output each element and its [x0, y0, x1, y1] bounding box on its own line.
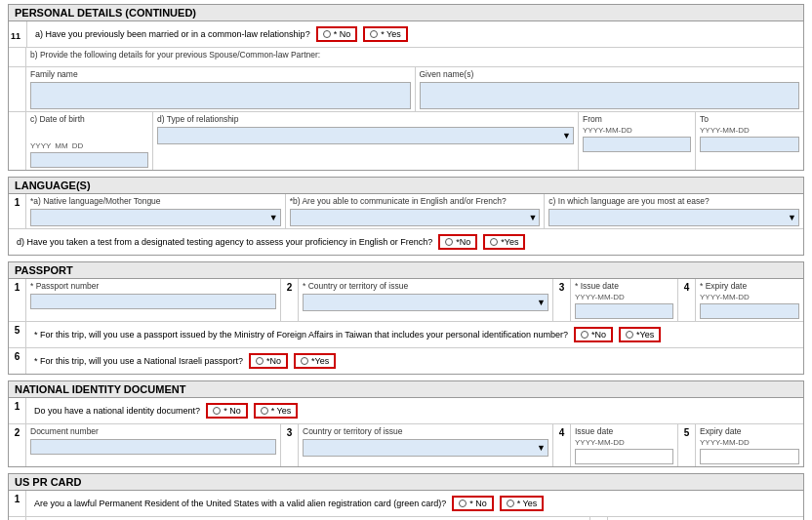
rel-type-select[interactable]: ▼: [157, 127, 574, 144]
radio-no-circle[interactable]: [323, 30, 331, 38]
passport-row5-yes-option[interactable]: *Yes: [619, 327, 661, 342]
national-id-expiry-cell: Expiry date YYYY-MM-DD: [696, 424, 803, 466]
row-11a-yes-label: * Yes: [381, 29, 401, 39]
eng-french-label: *b) Are you able to communicate in Engli…: [290, 196, 541, 207]
passport-row1: 1 * Passport number 2 * Country or terri…: [9, 279, 803, 322]
us-pr-no-circle[interactable]: [459, 500, 467, 507]
languages-header: LANGUAGE(S): [8, 177, 804, 194]
lang-d-no-circle[interactable]: [445, 238, 453, 246]
passport-country-select[interactable]: ▼: [303, 294, 548, 311]
dob-label: c) Date of birth: [30, 114, 148, 125]
passport-row6-no-circle[interactable]: [256, 357, 264, 365]
national-id-docnum-input[interactable]: [30, 439, 276, 455]
personal-details-section: 11 a) Have you previously been married o…: [8, 21, 804, 171]
lang-d-yes-label: *Yes: [501, 237, 518, 247]
passport-row5-label-row: * For this trip, will you use a passport…: [30, 324, 799, 345]
national-id-num4: 4: [553, 424, 571, 466]
family-name-input[interactable]: [30, 82, 411, 109]
given-names-cell: Given name(s): [416, 67, 804, 111]
passport-row5-yes-circle[interactable]: [626, 331, 633, 339]
passport-row5-label: * For this trip, will you use a passport…: [34, 330, 568, 340]
passport-issue-cell: * Issue date YYYY-MM-DD: [571, 279, 678, 321]
ease-label: c) In which language are you most at eas…: [548, 196, 799, 207]
us-pr-row1-label: Are you a lawful Permanent Resident of t…: [34, 499, 446, 508]
rel-type-cell: d) Type of relationship ▼: [153, 112, 579, 170]
passport-number-input[interactable]: [30, 294, 276, 309]
lang-d-yes-option[interactable]: *Yes: [483, 234, 525, 250]
national-id-docnum-label: Document number: [30, 426, 276, 437]
from-date-hint: YYYY-MM-DD: [583, 126, 691, 135]
national-id-issue-input[interactable]: [575, 449, 673, 464]
yyyy-hint: YYYY: [30, 141, 51, 150]
passport-issue-input[interactable]: [575, 303, 673, 319]
us-pr-yes-option[interactable]: * Yes: [500, 496, 545, 511]
ease-select[interactable]: ▼: [548, 209, 799, 226]
lang-row1-num: 1: [9, 194, 26, 228]
lang-d-yes-circle[interactable]: [490, 238, 498, 246]
lang-d-label: d) Have you taken a test from a designat…: [17, 237, 432, 247]
row-11a-content: a) Have you previously been married or i…: [27, 21, 803, 47]
us-pr-card-header: US PR CARD: [8, 473, 804, 491]
row-11b-label: b) Provide the following details for you…: [30, 50, 799, 60]
row-11a-no-option[interactable]: * No: [316, 26, 358, 42]
national-id-num5: 5: [678, 424, 696, 466]
native-lang-cell: *a) Native language/Mother Tongue ▼: [26, 194, 286, 228]
us-pr-yes-label: * Yes: [517, 499, 538, 508]
passport-expiry-label: * Expiry date: [700, 281, 799, 292]
us-pr-no-option[interactable]: * No: [452, 496, 494, 511]
passport-country-label: * Country or territory of issue: [303, 281, 548, 292]
lang-row1: 1 *a) Native language/Mother Tongue ▼ *b…: [9, 194, 803, 229]
to-label: To: [700, 114, 799, 125]
us-pr-no-label: * No: [469, 499, 487, 508]
passport-row6-yes-circle[interactable]: [301, 357, 308, 365]
us-pr-yes-circle[interactable]: [507, 500, 514, 507]
mm-hint: MM: [55, 141, 67, 150]
passport-row5-no-circle[interactable]: [581, 331, 589, 339]
row-11a-yes-option[interactable]: * Yes: [363, 26, 408, 42]
row-11a-label: a) Have you previously been married or i…: [35, 29, 310, 39]
national-id-row1-label: Do you have a national identity document…: [34, 406, 200, 416]
national-id-section: 1 Do you have a national identity docume…: [8, 398, 804, 467]
passport-row5-no-option[interactable]: *No: [574, 327, 613, 342]
national-id-issue-hint: YYYY-MM-DD: [575, 438, 673, 447]
national-id-country-label: Country or territory of issue: [303, 426, 548, 437]
passport-row6-no-option[interactable]: *No: [249, 353, 288, 369]
from-input[interactable]: [583, 137, 691, 152]
national-id-country-select[interactable]: ▼: [303, 439, 548, 457]
dob-input[interactable]: [30, 152, 148, 168]
passport-issue-label: * Issue date: [575, 281, 673, 292]
national-id-no-circle[interactable]: [213, 407, 221, 415]
family-name-cell: Family name: [26, 67, 416, 111]
to-input[interactable]: [700, 137, 799, 152]
national-id-no-option[interactable]: * No: [206, 403, 248, 419]
national-id-yes-circle[interactable]: [261, 407, 268, 415]
national-id-expiry-input[interactable]: [700, 449, 799, 464]
national-id-yes-option[interactable]: * Yes: [254, 403, 299, 419]
given-names-label: Given name(s): [420, 69, 800, 80]
passport-row6-yes-option[interactable]: *Yes: [294, 353, 336, 369]
passport-row5-content: * For this trip, will you use a passport…: [26, 322, 803, 347]
radio-yes-circle[interactable]: [370, 30, 378, 38]
row-11a-label-row: a) Have you previously been married or i…: [31, 23, 799, 45]
passport-number-label: * Passport number: [30, 281, 276, 292]
languages-section: 1 *a) Native language/Mother Tongue ▼ *b…: [8, 194, 804, 256]
passport-num1: 1: [9, 279, 26, 321]
lang-d-no-option[interactable]: *No: [438, 234, 477, 250]
us-pr-card-section: 1 Are you a lawful Permanent Resident of…: [8, 491, 804, 520]
passport-expiry-input[interactable]: [700, 303, 799, 319]
national-id-docnum-cell: Document number: [26, 424, 281, 466]
passport-header: PASSPORT: [8, 261, 804, 279]
native-lang-select[interactable]: ▼: [30, 209, 281, 226]
eng-french-select[interactable]: ▼: [290, 209, 541, 226]
row-11a-no-label: * No: [334, 29, 351, 39]
passport-row6-label-row: * For this trip, will you use a National…: [30, 350, 799, 372]
national-id-yes-label: * Yes: [271, 406, 292, 416]
row-11a: 11 a) Have you previously been married o…: [9, 21, 803, 48]
passport-num4: 4: [678, 279, 696, 321]
passport-row6-no-label: *No: [266, 356, 281, 366]
national-id-num1: 1: [9, 398, 26, 423]
passport-number-cell: * Passport number: [26, 279, 281, 321]
given-names-input[interactable]: [420, 82, 800, 109]
row-11-number: 11: [11, 28, 24, 41]
national-id-row1-content: Do you have a national identity document…: [26, 398, 803, 423]
